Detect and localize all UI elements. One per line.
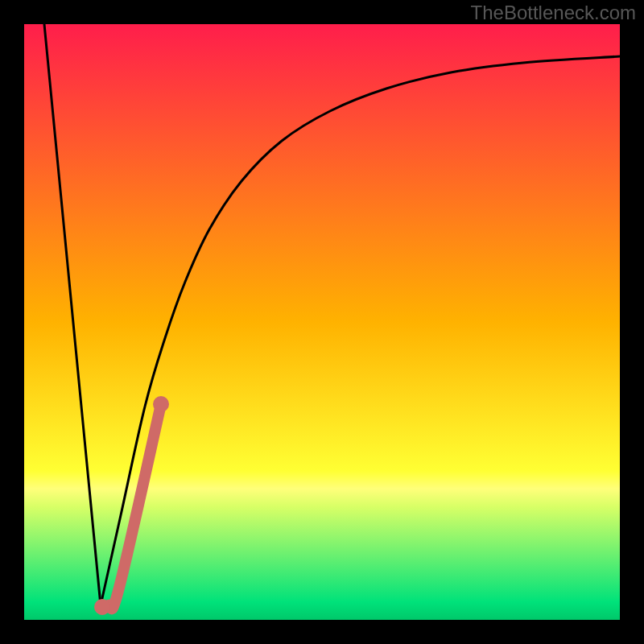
chart-svg <box>24 24 620 620</box>
plot-area <box>24 24 620 620</box>
band-bottom-knob <box>94 599 110 615</box>
band-top-knob <box>153 396 169 412</box>
chart-frame: TheBottleneck.com <box>0 0 644 644</box>
watermark-text: TheBottleneck.com <box>471 2 636 24</box>
gradient-background <box>24 24 620 620</box>
